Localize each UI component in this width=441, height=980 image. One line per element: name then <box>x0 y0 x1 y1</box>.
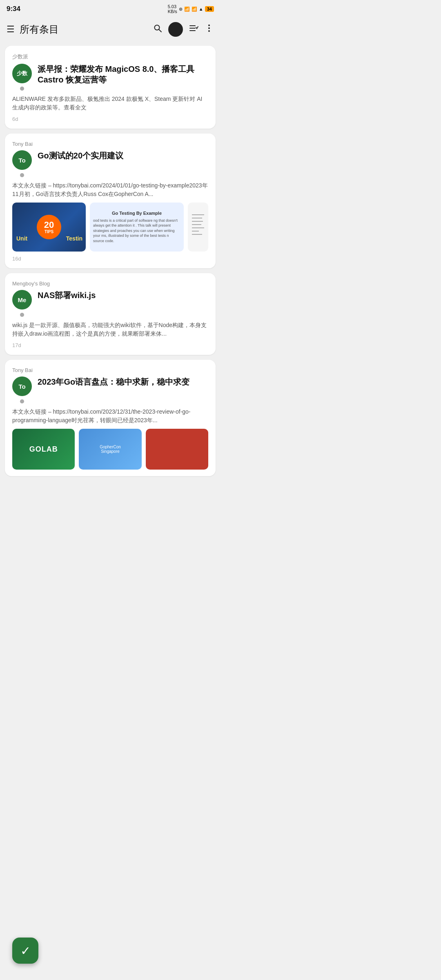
signal-icon-2: 📶 <box>192 7 197 12</box>
card-image-go-testing: Go Testing By Example ood tests is a cri… <box>90 203 184 252</box>
status-icons: 5.03KB/s ⊛ 📶 📶 ▲ 34 <box>168 4 214 14</box>
card-images-2: Unit 20 TIPS Testin Go Testing By Exampl… <box>12 203 208 252</box>
avatar-4: To <box>12 376 32 396</box>
card-title-block-1: 派早报：荣耀发布 MagicOS 8.0、播客工具 Castro 恢复运营等 <box>38 64 208 85</box>
svg-line-1 <box>159 29 161 32</box>
card-shaoshupai[interactable]: 少数派 少数 派早报：荣耀发布 MagicOS 8.0、播客工具 Castro … <box>5 46 216 129</box>
card-desc-2: 本文永久链接 – https://tonybai.com/2024/01/01/… <box>12 181 208 198</box>
card-title-4: 2023年Go语言盘点：稳中求新，稳中求变 <box>38 376 208 387</box>
toolbar: ☰ 所有条目 <box>0 16 220 42</box>
tips-badge: 20 TIPS <box>37 215 61 239</box>
svg-point-6 <box>208 27 210 29</box>
card-image-code <box>188 203 208 252</box>
card-desc-1: ALIENWARE 发布多款新品、极氪推出 2024 款极氪 X、Steam 更… <box>12 95 208 112</box>
card-go-review[interactable]: Tony Bai To 2023年Go语言盘点：稳中求新，稳中求变 本文永久链接… <box>5 360 216 476</box>
card-source-3: Mengboy's Blog <box>12 281 208 287</box>
card-header-2: To Go测试的20个实用建议 <box>12 150 208 177</box>
status-bar: 9:34 5.03KB/s ⊛ 📶 📶 ▲ 34 <box>0 0 220 16</box>
card-go-testing[interactable]: Tony Bai To Go测试的20个实用建议 本文永久链接 – https:… <box>5 134 216 268</box>
card-images-4: GOLAB GopherConSingapore <box>12 429 208 470</box>
search-icon[interactable] <box>153 23 163 36</box>
card-header-4: To 2023年Go语言盘点：稳中求新，稳中求变 <box>12 376 208 403</box>
card-source-4: Tony Bai <box>12 367 208 373</box>
card-title-1: 派早报：荣耀发布 MagicOS 8.0、播客工具 Castro 恢复运营等 <box>38 64 208 85</box>
card-title-block-3: NAS部署wiki.js <box>38 290 208 301</box>
unread-dot-2 <box>20 173 24 177</box>
bluetooth-icon: ⊛ <box>179 7 183 12</box>
profile-button[interactable] <box>168 22 183 37</box>
card-title-2: Go测试的20个实用建议 <box>38 150 208 161</box>
card-desc-4: 本文永久链接 – https://tonybai.com/2023/12/31/… <box>12 408 208 425</box>
card-source-1: 少数派 <box>12 53 208 60</box>
gt-text: ood tests is a critical part of software… <box>93 218 180 244</box>
unread-dot-1 <box>20 87 24 91</box>
testing-label: Testin <box>66 235 82 242</box>
card-header-1: 少数 派早报：荣耀发布 MagicOS 8.0、播客工具 Castro 恢复运营… <box>12 64 208 91</box>
mark-read-icon[interactable] <box>189 23 198 36</box>
wifi-icon: ▲ <box>199 7 203 11</box>
card-time-3: 17d <box>12 342 208 348</box>
menu-icon[interactable]: ☰ <box>7 24 15 35</box>
svg-point-5 <box>208 24 210 26</box>
page-title: 所有条目 <box>20 23 148 36</box>
unread-dot-3 <box>20 313 24 317</box>
card-title-block-4: 2023年Go语言盘点：稳中求新，稳中求变 <box>38 376 208 387</box>
cards-list: 少数派 少数 派早报：荣耀发布 MagicOS 8.0、播客工具 Castro … <box>0 42 220 479</box>
unit-label: Unit <box>16 235 27 242</box>
card-title-block-2: Go测试的20个实用建议 <box>38 150 208 161</box>
card-header-3: Me NAS部署wiki.js <box>12 290 208 317</box>
card-image-red <box>146 429 208 470</box>
signal-icon: 📶 <box>184 7 190 12</box>
card-image-gophercon: GopherConSingapore <box>79 429 141 470</box>
svg-point-7 <box>208 30 210 32</box>
avatar-1: 少数 <box>12 64 32 83</box>
card-image-unit-tips: Unit 20 TIPS Testin <box>12 203 86 252</box>
card-time-2: 16d <box>12 256 208 262</box>
unread-dot-4 <box>20 399 24 403</box>
card-wiki[interactable]: Mengboy's Blog Me NAS部署wiki.js wiki.js 是… <box>5 273 216 355</box>
avatar-3: Me <box>12 290 32 310</box>
card-desc-3: wiki.js 是一款开源、颜值极高，功能强大的wiki软件，基于Node构建，… <box>12 321 208 338</box>
avatar-2: To <box>12 150 32 170</box>
battery-indicator: 34 <box>205 6 214 12</box>
status-time: 9:34 <box>7 5 20 13</box>
card-image-golab: GOLAB <box>12 429 75 470</box>
toolbar-actions <box>153 22 214 37</box>
card-title-3: NAS部署wiki.js <box>38 290 208 301</box>
gt-title: Go Testing By Example <box>112 211 162 216</box>
more-icon[interactable] <box>204 23 214 36</box>
network-speed: 5.03KB/s <box>168 4 177 14</box>
card-source-2: Tony Bai <box>12 141 208 147</box>
card-time-1: 6d <box>12 116 208 122</box>
